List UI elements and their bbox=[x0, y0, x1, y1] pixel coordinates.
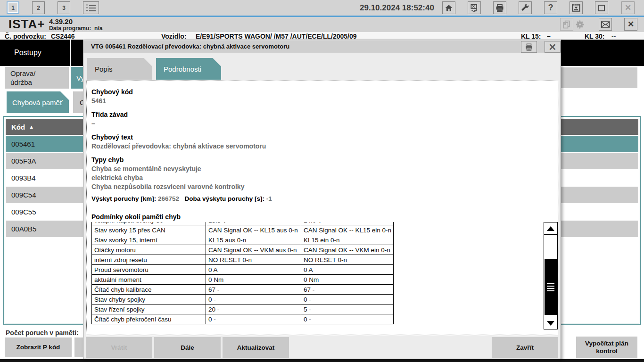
scrollbar-thumb[interactable] bbox=[545, 259, 557, 315]
env-value-2: KL15 ein 0-n bbox=[301, 235, 394, 245]
tab-chybova-pamet[interactable]: Chybová paměť bbox=[7, 91, 69, 113]
help-icon[interactable]: ? bbox=[544, 1, 557, 14]
update-button[interactable]: Aktualizovat bbox=[223, 337, 289, 358]
dialog-close-icon[interactable]: ✕ bbox=[545, 41, 561, 53]
kl15-value: – bbox=[547, 33, 551, 40]
dialog-content: Chybový kód 5461 Třída závad – Chybový t… bbox=[86, 81, 558, 335]
env-value-2: 0 - bbox=[301, 314, 394, 324]
scroll-down-icon[interactable] bbox=[544, 317, 557, 329]
datetime-label: 29.10.2024 18:52:40 bbox=[360, 3, 434, 13]
vertical-scrollbar[interactable] bbox=[544, 222, 558, 329]
data-program-value: n/a bbox=[94, 25, 102, 32]
dock-window-icon[interactable] bbox=[570, 1, 583, 14]
data-program-label: Data programu: n/a bbox=[49, 25, 102, 32]
fault-types-label: Typy chyb bbox=[91, 156, 558, 165]
fault-type-line: elektrická chyba bbox=[91, 173, 558, 182]
fault-text-value: Rozdělovací převodovka: chybná aktivace … bbox=[91, 142, 558, 151]
session-tab-1[interactable]: 1 bbox=[7, 1, 19, 14]
env-value-1: KL15 aus 0-n bbox=[206, 235, 301, 245]
session-tab-2[interactable]: 2 bbox=[32, 1, 45, 14]
env-table-row: Čítač chyb překročení času 0 - 0 - bbox=[92, 314, 394, 324]
fault-type-text: Chyba nezpůsobila rozsvícení varovné kon… bbox=[91, 183, 244, 190]
tab-label-line1: Oprava/ bbox=[10, 69, 69, 78]
session-tab-3[interactable]: 3 bbox=[58, 1, 70, 14]
env-value-1: 0 Nm bbox=[206, 275, 301, 285]
env-param-name: Čítač chyb překročení času bbox=[92, 314, 206, 324]
envelope-icon[interactable] bbox=[599, 18, 612, 31]
kl30-label: KL 30: bbox=[585, 33, 605, 40]
env-value-1: 0 A bbox=[206, 265, 301, 275]
chassis-label: Č. podvozku: bbox=[5, 33, 46, 40]
env-conditions-label: Podmínky okolí paměti chyb bbox=[91, 213, 558, 222]
code-header-label: Kód bbox=[11, 123, 25, 131]
env-value-2: CAN Signal OK -- VKM ein 0-n bbox=[301, 245, 394, 255]
dialog-print-icon[interactable] bbox=[521, 41, 537, 53]
printer-icon[interactable] bbox=[493, 1, 506, 14]
vci-device-icon[interactable] bbox=[468, 1, 481, 14]
close-icon[interactable]: ✕ bbox=[624, 18, 637, 31]
env-table-row: Stav řízení spojky 20 - 5 - bbox=[92, 304, 394, 314]
scroll-up-icon[interactable] bbox=[544, 222, 557, 235]
fault-code-value: 5461 bbox=[91, 97, 558, 106]
env-value-1: 67 - bbox=[206, 285, 301, 295]
fault-code-value: 009C54 bbox=[11, 191, 36, 199]
dialog-title: VTG 005461 Rozdělovací převodovka: chybn… bbox=[91, 43, 289, 50]
tab-popis[interactable]: Popis bbox=[87, 58, 152, 80]
close-button[interactable]: Zavřít bbox=[492, 337, 558, 358]
close-glyph: ✕ bbox=[625, 4, 631, 12]
tab-oprava-udrzba[interactable]: Oprava/ údržba bbox=[5, 67, 69, 89]
vehicle-info-bar: Č. podvozku: CS2446 Vozidlo: E/E91/SPORT… bbox=[0, 32, 644, 40]
fault-text-label: Chybový text bbox=[91, 133, 558, 142]
tab-label: Chybová paměť bbox=[12, 99, 63, 107]
show-pcode-button[interactable]: Zobrazit P kód bbox=[5, 337, 72, 357]
vehicle-label: Vozidlo: bbox=[161, 33, 186, 40]
env-table-row: Stav svorky 15, interní KL15 aus 0-n KL1… bbox=[92, 235, 394, 245]
env-param-name: Stav svorky 15 přes CAN bbox=[92, 225, 206, 235]
app-logo: ISTA+ bbox=[8, 17, 45, 32]
env-param-name: Stav svorky 15, interní bbox=[92, 235, 206, 245]
fault-code-value: 009C55 bbox=[11, 208, 36, 216]
occurrence-km-label: Výskyt poruchy [km]: bbox=[91, 195, 156, 202]
dialog-title-bar: VTG 005461 Rozdělovací převodovka: chybn… bbox=[83, 40, 561, 53]
occurrence-s-label: Doba výskytu poruchy [s]: bbox=[184, 195, 264, 202]
home-icon[interactable] bbox=[442, 1, 455, 14]
gear-icon[interactable] bbox=[573, 18, 586, 31]
fault-type-text: Chyba se momentálně nevyskytuje bbox=[91, 165, 201, 173]
env-table-row: Stav chyby spojky 0 - 0 - bbox=[92, 295, 394, 304]
fault-class-value: – bbox=[91, 119, 558, 128]
env-value-2: 67 - bbox=[301, 285, 394, 295]
app-version: 4.39.20 bbox=[49, 17, 73, 25]
env-table-row: Stav svorky 15 přes CAN CAN Signal OK --… bbox=[92, 225, 394, 235]
kl30-value: -- bbox=[611, 33, 616, 40]
document-transfer-icon[interactable] bbox=[560, 18, 573, 31]
env-value-1: NO RESET 0-n bbox=[206, 255, 301, 265]
up-triangle bbox=[547, 226, 554, 231]
list-line bbox=[86, 7, 96, 8]
maximize-icon[interactable] bbox=[595, 1, 608, 14]
env-value-1: 20 - bbox=[206, 304, 301, 314]
window-bottom-border bbox=[0, 359, 644, 362]
occurrence-s-value: -1 bbox=[266, 195, 272, 202]
env-table-viewport: vstupní napětí svorky 30 13.8 V 14.0 V S… bbox=[91, 222, 395, 332]
fault-detail-dialog: VTG 005461 Rozdělovací převodovka: chybn… bbox=[83, 40, 561, 359]
top-toolbar: 1 2 3 29.10.2024 18:52:40 ? ✕ bbox=[0, 0, 644, 16]
env-value-1: 0 - bbox=[206, 314, 301, 324]
env-param-name: aktuální moment bbox=[92, 275, 206, 285]
wrench-icon[interactable] bbox=[519, 1, 532, 14]
fault-class-label: Třída závad bbox=[91, 110, 558, 119]
back-button[interactable]: Vrátit bbox=[86, 337, 152, 358]
close-icon[interactable]: ✕ bbox=[621, 1, 635, 14]
next-button[interactable]: Dále bbox=[154, 337, 221, 358]
fault-code-value: 00A0B5 bbox=[11, 225, 36, 233]
env-value-2: 0 A bbox=[301, 265, 394, 275]
calc-plan-button[interactable]: Vypočítat plán kontrol bbox=[576, 337, 637, 358]
list-line bbox=[86, 10, 96, 11]
vehicle-value: E/E91/SPORTS WAGON/ /M57 /AUT/ECE/LL/200… bbox=[196, 33, 357, 40]
nav-item-postupy[interactable]: Postupy bbox=[0, 40, 56, 66]
env-table-row: Proud servomotoru 0 A 0 A bbox=[92, 265, 394, 275]
env-conditions-table: vstupní napětí svorky 30 13.8 V 14.0 V S… bbox=[91, 222, 394, 324]
tab-podrobnosti[interactable]: Podrobnosti bbox=[156, 58, 221, 80]
fault-code-label: Chybový kód bbox=[91, 88, 558, 97]
session-list-icon[interactable] bbox=[83, 1, 99, 14]
fault-type-line: Chyba se momentálně nevyskytuje bbox=[91, 165, 558, 173]
